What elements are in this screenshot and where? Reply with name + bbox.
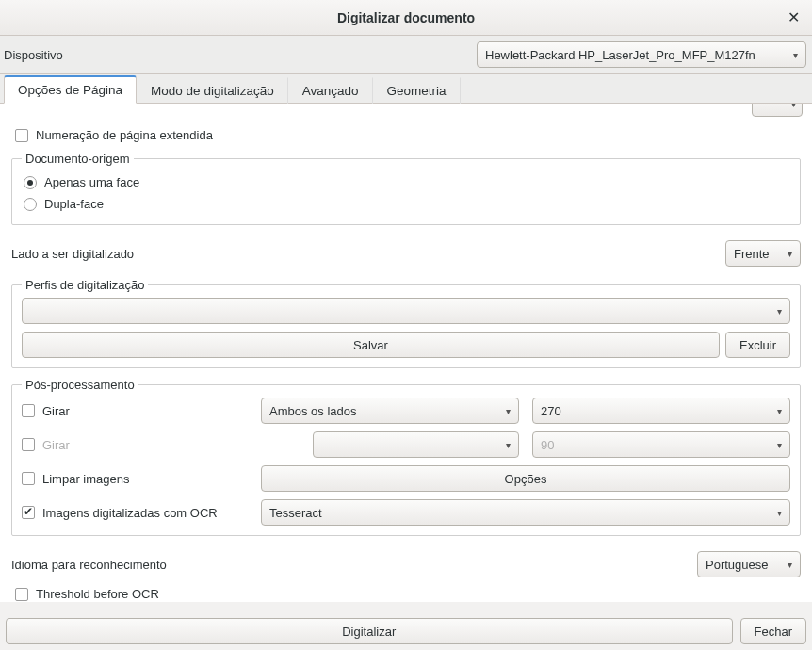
rotate1-checkbox[interactable]	[22, 404, 35, 417]
duplex-radio[interactable]	[24, 198, 37, 211]
chevron-down-icon: ▾	[506, 440, 511, 450]
truncated-control: ▾	[9, 109, 803, 119]
extended-page-numbering-row: Numeração de página extendida	[9, 124, 803, 146]
extended-page-numbering-label: Numeração de página extendida	[36, 128, 213, 142]
side-to-scan-select[interactable]: Frente ▾	[725, 240, 801, 267]
delete-profile-button[interactable]: Excluir	[725, 332, 790, 358]
profile-combo[interactable]: ▾	[22, 298, 790, 324]
chevron-down-icon: ▾	[506, 406, 511, 416]
single-sided-label: Apenas uma face	[44, 175, 139, 189]
ocr-row: Imagens digitalizadas com OCR	[22, 506, 248, 520]
chevron-down-icon: ▾	[791, 103, 796, 109]
scan-profiles-group: Perfis de digitalização ▾ Salvar Excluir	[11, 278, 801, 368]
ocr-language-label: Idioma para reconhecimento	[11, 558, 167, 572]
close-icon[interactable]: ✕	[784, 8, 803, 26]
rotate1-row: Girar	[22, 404, 248, 418]
clean-images-checkbox[interactable]	[22, 472, 35, 485]
chevron-down-icon: ▾	[777, 440, 782, 450]
ocr-language-value: Portuguese	[706, 558, 769, 572]
rotate1-side-select[interactable]: Ambos os lados ▾	[261, 398, 519, 424]
single-sided-row: Apenas uma face	[22, 171, 790, 193]
source-document-group: Documento-origem Apenas uma face Dupla-f…	[11, 152, 801, 225]
postprocess-legend: Pós-processamento	[22, 378, 138, 392]
clean-options-button[interactable]: Opções	[261, 465, 790, 492]
truncated-select[interactable]: ▾	[752, 103, 803, 117]
duplex-label: Dupla-face	[44, 197, 104, 211]
chevron-down-icon: ▾	[788, 249, 792, 259]
rotate2-angle-select: 90 ▾	[532, 431, 790, 458]
ocr-engine-value: Tesseract	[269, 506, 322, 520]
device-row: Dispositivo Hewlett-Packard HP_LaserJet_…	[0, 36, 812, 74]
rotate1-angle-value: 270	[541, 404, 561, 418]
threshold-before-ocr-label: Threshold before OCR	[36, 587, 159, 601]
ocr-label: Imagens digitalizadas com OCR	[42, 506, 218, 520]
rotate2-row: Girar	[22, 438, 248, 452]
rotate1-label: Girar	[42, 404, 70, 418]
scan-profiles-legend: Perfis de digitalização	[22, 278, 148, 292]
rotate2-label: Girar	[42, 438, 70, 452]
rotate1-side-value: Ambos os lados	[269, 404, 357, 418]
rotate2-angle-value: 90	[541, 438, 554, 452]
postprocess-group: Pós-processamento Girar Ambos os lados ▾…	[11, 378, 801, 536]
close-button[interactable]: Fechar	[740, 618, 806, 644]
clean-images-label: Limpar imagens	[42, 472, 130, 486]
scan-button[interactable]: Digitalizar	[6, 618, 733, 644]
source-document-legend: Documento-origem	[22, 152, 134, 166]
save-profile-button[interactable]: Salvar	[22, 332, 720, 358]
tabstrip: Opções de Página Modo de digitalização A…	[0, 74, 812, 103]
window-title: Digitalizar documento	[337, 10, 475, 25]
tab-scan-mode[interactable]: Modo de digitalização	[137, 77, 288, 104]
ocr-language-select[interactable]: Portuguese ▾	[697, 551, 801, 577]
ocr-language-row: Idioma para reconhecimento Portuguese ▾	[9, 545, 803, 583]
threshold-before-ocr-checkbox[interactable]	[15, 588, 28, 601]
titlebar: Digitalizar documento ✕	[0, 0, 812, 36]
clean-images-row: Limpar imagens	[22, 472, 248, 486]
chevron-down-icon: ▾	[777, 406, 782, 416]
chevron-down-icon: ▾	[777, 306, 782, 317]
chevron-down-icon: ▾	[777, 508, 782, 518]
side-to-scan-row: Lado a ser digitalizado Frente ▾	[9, 235, 803, 272]
device-label: Dispositivo	[0, 48, 71, 62]
single-sided-radio[interactable]	[24, 176, 37, 189]
rotate2-checkbox	[22, 438, 35, 451]
chevron-down-icon: ▾	[793, 50, 798, 60]
tab-advanced[interactable]: Avançado	[288, 77, 373, 104]
rotate1-angle-select[interactable]: 270 ▾	[532, 398, 790, 424]
device-value: Hewlett-Packard HP_LaserJet_Pro_MFP_M127…	[485, 48, 755, 62]
extended-page-numbering-checkbox[interactable]	[15, 129, 28, 142]
side-to-scan-label: Lado a ser digitalizado	[11, 247, 134, 261]
ocr-engine-select[interactable]: Tesseract ▾	[261, 499, 790, 526]
tab-page-options-content: ▾ Numeração de página extendida Document…	[0, 103, 812, 602]
side-to-scan-value: Frente	[734, 247, 770, 261]
duplex-row: Dupla-face	[22, 193, 790, 215]
ocr-checkbox[interactable]	[22, 506, 35, 519]
device-select[interactable]: Hewlett-Packard HP_LaserJet_Pro_MFP_M127…	[477, 41, 806, 68]
chevron-down-icon: ▾	[788, 560, 792, 570]
tab-page-options[interactable]: Opções de Página	[4, 75, 137, 104]
rotate2-side-select: ▾	[313, 431, 519, 458]
threshold-before-ocr-row: Threshold before OCR	[9, 583, 803, 602]
tab-geometry[interactable]: Geometria	[373, 77, 461, 104]
bottom-bar: Digitalizar Fechar	[6, 618, 806, 644]
